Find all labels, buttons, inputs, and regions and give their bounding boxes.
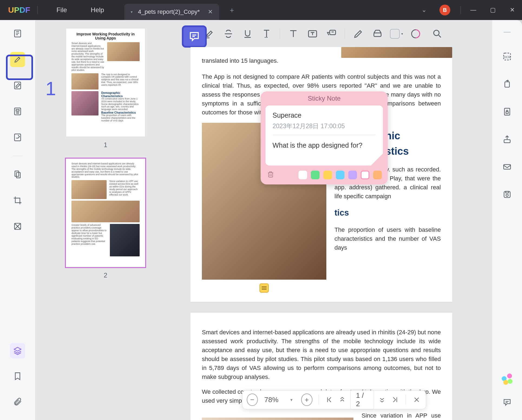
last-page-icon[interactable] (390, 394, 400, 405)
zoom-level[interactable]: 78% (261, 396, 282, 404)
sticky-body[interactable]: What is the app designed for? (273, 141, 376, 149)
right-rail: — OCR (492, 20, 522, 420)
share-icon[interactable] (500, 132, 514, 146)
heading-baseline: tics (334, 207, 441, 219)
view-toolbar: − 78% ▾ + 1 / 2 (242, 390, 426, 409)
zoom-in-button[interactable]: + (301, 393, 312, 406)
ai-flower-icon[interactable] (502, 373, 513, 384)
attachment-icon[interactable] (10, 394, 25, 409)
email-icon[interactable] (500, 160, 514, 174)
zoom-out-button[interactable]: − (247, 393, 258, 406)
underline-icon[interactable] (239, 25, 255, 42)
page-current: 1 (356, 391, 360, 399)
text-icon[interactable] (285, 25, 301, 42)
svg-rect-1 (15, 82, 21, 89)
reader-icon[interactable] (10, 26, 25, 41)
menu-file[interactable]: File (45, 6, 79, 14)
color-pink[interactable] (361, 171, 369, 179)
app-body: 1 Improve Working Productivity in Using … (0, 20, 522, 420)
close-button[interactable]: ✕ (503, 0, 522, 20)
textbox-icon[interactable] (304, 25, 320, 42)
svg-rect-0 (15, 30, 21, 37)
svg-text:OCR: OCR (504, 55, 510, 59)
thumbnail-page-1[interactable]: Improve Working Productivity in Using Ap… (66, 28, 145, 137)
delete-note-icon[interactable] (267, 170, 275, 180)
titlebar: UPDF File Help ▾ 4_pets report(2)_Copy* … (0, 0, 522, 20)
tab-close-icon[interactable]: ✕ (208, 8, 213, 15)
chat-icon[interactable] (500, 395, 514, 409)
svg-rect-16 (505, 82, 510, 87)
svg-rect-4 (15, 134, 21, 141)
text-style-icon[interactable] (259, 25, 274, 42)
form-icon[interactable] (10, 130, 25, 145)
tools-icon[interactable] (10, 167, 25, 182)
editor-area: ▾ 2 translat (176, 20, 492, 420)
close-toolbar-icon[interactable] (412, 394, 422, 405)
protect-icon[interactable] (500, 105, 514, 119)
color-purple[interactable] (348, 171, 357, 179)
search-icon[interactable] (427, 25, 448, 42)
svg-point-22 (506, 194, 508, 197)
tab-add-icon[interactable]: ＋ (228, 5, 235, 15)
color-swatch-icon[interactable]: ▾ (389, 25, 404, 42)
page-manage-icon[interactable] (10, 104, 25, 119)
svg-rect-10 (374, 33, 381, 37)
pencil-icon[interactable] (350, 25, 366, 42)
minimize-button[interactable]: — (464, 0, 483, 20)
annotation-toolbar: ▾ (178, 24, 452, 44)
zoom-dropdown-icon[interactable]: ▾ (285, 397, 298, 402)
next-page-icon[interactable] (377, 394, 387, 405)
menu-help[interactable]: Help (79, 6, 116, 14)
edit-text-icon[interactable] (10, 78, 25, 93)
strikethrough-icon[interactable] (221, 25, 236, 42)
thumbnail-page-2[interactable]: Smart devices and internet‑based applica… (66, 158, 145, 267)
sticky-color-tools (261, 166, 388, 184)
maximize-button[interactable]: ▢ (483, 0, 503, 20)
page-fold-icon (371, 154, 383, 166)
rotate-icon[interactable] (500, 77, 514, 91)
separator (318, 395, 319, 405)
sticky-author: Superace (273, 111, 376, 119)
step1-highlight (6, 55, 33, 80)
thumb-image (71, 91, 99, 115)
tab-dropdown-icon[interactable]: ▾ (131, 10, 133, 14)
thumb-image (71, 201, 140, 222)
color-green[interactable] (311, 171, 320, 179)
color-yellow[interactable] (323, 171, 332, 179)
separator (406, 395, 406, 405)
save-icon[interactable] (500, 187, 514, 201)
first-page-icon[interactable] (324, 394, 334, 405)
prev-page-icon[interactable] (337, 394, 347, 405)
color-cyan[interactable] (336, 171, 344, 179)
document-tab[interactable]: ▾ 4_pets report(2)_Copy* ✕ (124, 4, 219, 20)
thumb1-num: 1 (35, 141, 176, 149)
color-white[interactable] (298, 171, 307, 179)
page-image (341, 47, 452, 58)
left-rail-bottom (10, 343, 25, 420)
eraser-icon[interactable] (370, 25, 385, 42)
layers-icon[interactable] (10, 343, 25, 358)
page-indicator[interactable]: 1 / 2 (350, 389, 374, 410)
separator (13, 156, 22, 156)
callout-icon[interactable] (324, 25, 339, 42)
bookmark-icon[interactable] (10, 369, 25, 384)
signature-icon[interactable] (408, 25, 423, 42)
tab-title: 4_pets report(2)_Copy* (138, 8, 200, 15)
svg-rect-20 (504, 165, 511, 169)
comment-tool-highlight[interactable] (182, 25, 207, 48)
color-orange[interactable] (373, 171, 382, 179)
crop-icon[interactable] (10, 193, 25, 208)
thumbnail-panel: Improve Working Productivity in Using Ap… (35, 20, 176, 420)
divider (37, 6, 38, 14)
chevron-down-icon[interactable]: ⌄ (422, 6, 426, 14)
redact-icon[interactable] (10, 219, 25, 234)
svg-rect-13 (269, 173, 273, 177)
svg-rect-9 (330, 30, 336, 35)
sticky-note-popup[interactable]: Sticky Note Superace 2023年12月28日 17:00:0… (261, 91, 388, 184)
avatar[interactable]: B (439, 5, 450, 15)
thumb-image (71, 73, 99, 90)
sticky-note-icon[interactable] (260, 283, 269, 293)
top-indicator: — (504, 28, 511, 36)
svg-rect-6 (17, 173, 20, 178)
ocr-icon[interactable]: OCR (500, 49, 514, 64)
